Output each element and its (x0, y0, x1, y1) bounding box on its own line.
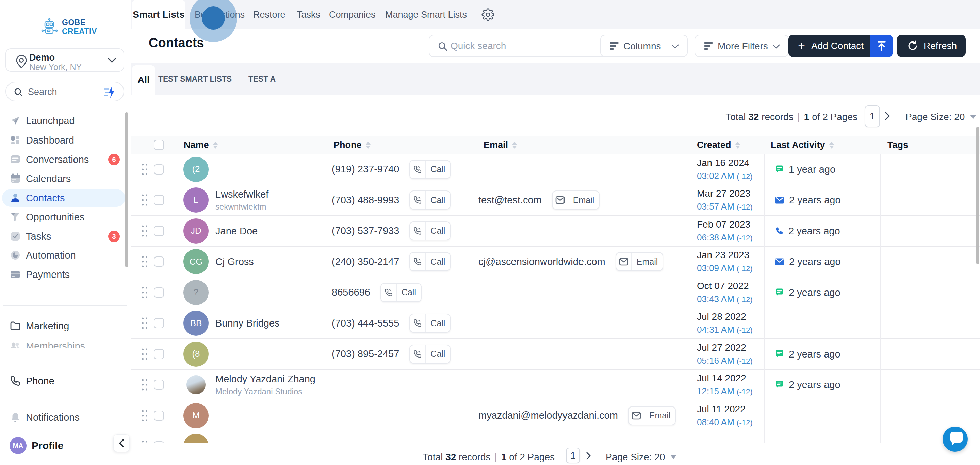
drag-handle-icon[interactable] (142, 195, 147, 206)
sort-icon-name[interactable] (213, 141, 218, 149)
column-header-email[interactable]: Email (484, 136, 517, 154)
row-checkbox[interactable] (154, 318, 164, 328)
call-phone-icon[interactable] (410, 191, 426, 209)
sort-icon-created[interactable] (735, 141, 740, 149)
call-button[interactable]: Call (409, 344, 450, 363)
drag-handle-icon[interactable] (142, 256, 147, 267)
sidebar-item-contacts[interactable]: Contacts (0, 189, 126, 206)
topnav-tab-smart-lists[interactable]: Smart Lists (132, 0, 185, 29)
table-row[interactable]: BBBunny Bridges(703) 444-5555CallJul 28 … (131, 308, 980, 339)
drag-handle-icon[interactable] (142, 225, 147, 236)
call-button[interactable]: Call (409, 252, 450, 271)
column-header-tags[interactable]: Tags (888, 136, 908, 154)
table-row[interactable]: Mmyazdani@melodyyazdani.comEmailJul 11 2… (131, 400, 980, 431)
sidebar-item-payments[interactable]: Payments (0, 266, 126, 283)
drag-handle-icon[interactable] (142, 287, 147, 298)
page-scrollbar[interactable] (976, 127, 979, 264)
created-time[interactable]: 12:15 AM (-12) (697, 386, 753, 397)
quick-search-input[interactable] (450, 35, 600, 57)
page-size-selector-bottom[interactable]: Page Size: 20 (606, 452, 665, 463)
contact-name[interactable]: Cj Gross (215, 256, 254, 267)
topnav-item-manage-smart-lists[interactable]: Manage Smart Lists (385, 0, 467, 29)
page-number-input-top[interactable]: 1 (865, 105, 880, 127)
quick-search[interactable] (429, 35, 607, 57)
tab-test-a[interactable]: TEST A (248, 63, 275, 95)
sidebar-collapse-button[interactable] (113, 434, 130, 452)
call-phone-icon[interactable] (410, 345, 426, 363)
topnav-item-tasks[interactable]: Tasks (297, 0, 320, 29)
sort-icon-last-activity[interactable] (829, 141, 834, 149)
sidebar-item-notifications[interactable]: Notifications (0, 409, 126, 426)
email-envelope-icon[interactable] (629, 407, 644, 425)
contact-name[interactable]: Bunny Bridges (215, 318, 280, 329)
sidebar-item-launchpad[interactable]: Launchpad (0, 112, 126, 129)
page-number-input-bottom[interactable]: 1 (566, 448, 580, 463)
next-page-icon-bottom[interactable] (586, 452, 591, 460)
call-phone-icon[interactable] (381, 284, 397, 302)
sidebar-search[interactable]: Search (5, 82, 124, 102)
row-checkbox[interactable] (154, 164, 164, 175)
sidebar-item-memberships[interactable]: Memberships (0, 338, 131, 348)
created-time[interactable]: 05:16 AM (-12) (697, 355, 753, 366)
created-time[interactable]: 04:31 AM (-12) (697, 325, 753, 335)
select-all-checkbox[interactable] (154, 140, 164, 150)
more-filters-dropdown[interactable]: More Filters (695, 35, 789, 57)
location-selector[interactable]: Demo New York, NY (5, 48, 124, 72)
settings-gear-icon[interactable] (482, 0, 495, 29)
chat-widget-button[interactable] (943, 427, 968, 452)
sort-icon-email[interactable] (512, 141, 517, 149)
created-time[interactable]: 08:40 AM (-12) (697, 417, 753, 428)
sidebar-item-automation[interactable]: Automation (0, 247, 126, 263)
table-row[interactable]: JDJane Doe(703) 537-7933CallFeb 07 20230… (131, 216, 980, 247)
row-checkbox[interactable] (154, 379, 164, 390)
email-envelope-icon[interactable] (616, 253, 632, 270)
table-row[interactable]: CGCj Gross(240) 350-2147Callcj@ascension… (131, 247, 980, 278)
call-phone-icon[interactable] (410, 160, 426, 178)
add-contact-button[interactable]: + Add Contact (788, 35, 870, 57)
sort-icon-phone[interactable] (366, 141, 371, 149)
row-checkbox[interactable] (154, 287, 164, 298)
email-button[interactable]: Email (552, 190, 600, 209)
contact-name[interactable]: Lwskefwlkefsekwnfwlekfm (215, 189, 269, 211)
created-time[interactable]: 03:43 AM (-12) (697, 294, 753, 305)
column-header-created[interactable]: Created (697, 136, 740, 154)
row-checkbox[interactable] (154, 257, 164, 267)
sidebar-scrollbar[interactable] (125, 112, 128, 267)
topnav-item-companies[interactable]: Companies (329, 0, 375, 29)
table-row[interactable] (131, 431, 980, 443)
drag-handle-icon[interactable] (142, 348, 147, 360)
created-time[interactable]: 06:38 AM (-12) (697, 232, 753, 243)
drag-handle-icon[interactable] (142, 379, 147, 390)
email-button[interactable]: Email (628, 406, 676, 425)
tab-test-smart-lists[interactable]: TEST SMART LISTS (158, 63, 232, 95)
row-checkbox[interactable] (154, 349, 164, 359)
table-row[interactable]: LLwskefwlkefsekwnfwlekfm(703) 488-9993Ca… (131, 185, 980, 216)
page-size-selector-top[interactable]: Page Size: 20 (905, 111, 965, 122)
sidebar-item-marketing[interactable]: Marketing (0, 317, 126, 334)
call-button[interactable]: Call (409, 221, 450, 241)
created-time[interactable]: 03:57 AM (-12) (697, 202, 753, 212)
table-row[interactable]: (2(919) 237-9740CallJan 16 202403:02 AM … (131, 154, 980, 185)
call-button[interactable]: Call (409, 314, 450, 333)
email-button[interactable]: Email (616, 252, 663, 271)
table-row[interactable]: ?8656696CallOct 07 202203:43 AM (-12)2 y… (131, 277, 980, 308)
sidebar-item-phone[interactable]: Phone (0, 373, 126, 389)
call-phone-icon[interactable] (410, 222, 426, 240)
created-time[interactable]: 03:09 AM (-12) (697, 263, 753, 273)
sidebar-item-opportunities[interactable]: Opportunities (0, 208, 126, 225)
call-phone-icon[interactable] (410, 253, 426, 270)
table-row[interactable]: (8(703) 895-2457CallJul 27 202205:16 AM … (131, 339, 980, 370)
created-time[interactable]: 03:02 AM (-12) (697, 171, 753, 181)
row-checkbox[interactable] (154, 195, 164, 205)
import-contacts-button[interactable] (870, 35, 893, 57)
contact-name[interactable]: Jane Doe (215, 225, 258, 236)
row-checkbox[interactable] (154, 411, 164, 421)
column-header-last-activity[interactable]: Last Activity (771, 136, 834, 154)
profile-avatar[interactable]: MA (10, 437, 27, 454)
next-page-icon-top[interactable] (885, 111, 890, 121)
column-header-name[interactable]: Name (184, 136, 218, 154)
sidebar-item-dashboard[interactable]: Dashboard (0, 132, 126, 149)
refresh-button[interactable]: Refresh (897, 35, 966, 57)
contact-name[interactable]: Melody Yazdani ZhangMelody Yazdani Studi… (215, 373, 315, 396)
columns-dropdown[interactable]: Columns (600, 35, 688, 57)
